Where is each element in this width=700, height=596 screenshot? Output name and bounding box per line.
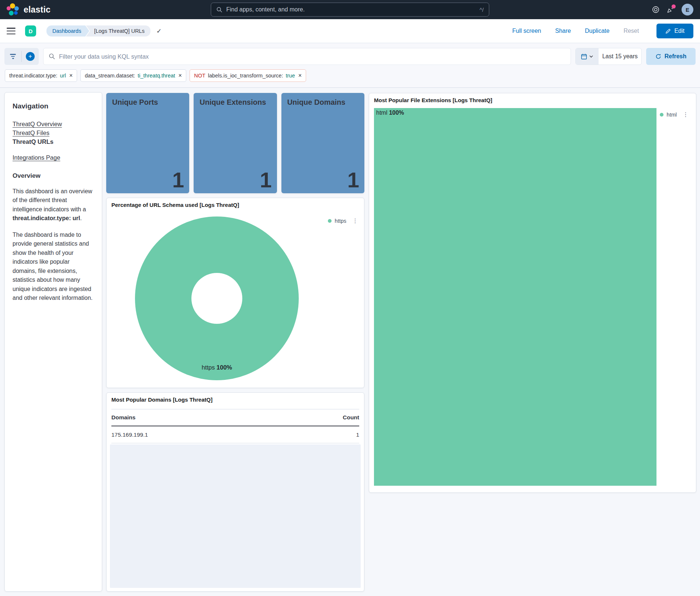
time-range-label[interactable]: Last 15 years — [599, 48, 641, 65]
refresh-icon — [655, 53, 661, 59]
filter-pill-dataset[interactable]: data_stream.dataset: ti_threatq.threat × — [80, 69, 186, 82]
calendar-icon — [581, 53, 587, 60]
table-empty-area — [110, 444, 361, 588]
help-button[interactable] — [652, 6, 659, 13]
global-search-placeholder: Find apps, content, and more. — [226, 6, 305, 13]
date-picker-calendar-button[interactable] — [576, 48, 599, 65]
news-button[interactable] — [667, 6, 674, 13]
duplicate-link[interactable]: Duplicate — [585, 28, 610, 34]
global-search-input[interactable]: Find apps, content, and more. ^/ — [211, 3, 489, 17]
close-icon: × — [298, 72, 302, 79]
chevron-down-icon — [589, 54, 593, 59]
sidebar-link-threatq-overview[interactable]: ThreatQ Overview — [13, 121, 94, 128]
kibana-dashboard-screen: elastic Find apps, content, and more. ^/… — [0, 0, 700, 596]
legend-kebab-icon[interactable]: ⋮ — [352, 217, 358, 224]
user-avatar[interactable]: E — [682, 4, 693, 15]
overview-paragraph-1: This dashboard is an overview of the dif… — [13, 187, 94, 223]
domain-cell: 175.169.199.1 — [111, 432, 148, 438]
legend-item-html[interactable]: html — [667, 112, 677, 118]
add-filter-button[interactable]: + — [22, 48, 39, 65]
plus-icon: + — [26, 52, 35, 61]
metric-tile-unique-ports: Unique Ports 1 — [106, 93, 189, 193]
close-icon: × — [179, 72, 182, 79]
filter-actions-button[interactable] — [4, 48, 21, 65]
life-ring-icon — [652, 6, 659, 13]
metric-label: Unique Ports — [112, 98, 183, 107]
legend-dot-icon — [328, 219, 332, 223]
donut-chart[interactable] — [135, 216, 299, 380]
legend-dot-icon — [660, 113, 663, 117]
menu-button[interactable] — [7, 28, 15, 34]
space-badge[interactable]: D — [25, 25, 36, 37]
column-header-domains[interactable]: Domains — [111, 414, 135, 421]
filter-bar: + Filter your data using KQL syntax — [0, 43, 700, 88]
popular-domains-table-panel: Most Popular Domains [Logs ThreatQ] Doma… — [106, 392, 364, 592]
sidebar-link-threatq-files[interactable]: ThreatQ Files — [13, 129, 94, 136]
filter-icon — [10, 54, 16, 59]
filter-pill-indicator-type[interactable]: threat.indicator.type: url × — [5, 69, 77, 82]
url-schema-donut-panel: Percentage of URL Schema used [Logs Thre… — [106, 198, 364, 388]
nav-heading: Navigation — [13, 102, 94, 110]
file-extensions-bar-panel: Most Popular File Extensions [Logs Threa… — [369, 93, 696, 493]
table-row[interactable]: 175.169.199.1 1 — [111, 426, 359, 443]
edit-button-label: Edit — [674, 28, 685, 34]
elastic-logo-icon — [7, 3, 19, 16]
filter-pills-row: threat.indicator.type: url × data_stream… — [4, 69, 696, 82]
pill-value: url — [60, 73, 66, 79]
kql-query-input[interactable]: Filter your data using KQL syntax — [43, 48, 571, 65]
topbar-right-group: E — [652, 4, 693, 15]
edit-button[interactable]: Edit — [656, 24, 693, 38]
toolbar-actions: Full screen Share Duplicate Reset Edit — [512, 24, 693, 38]
panel-title: Most Popular File Extensions [Logs Threa… — [374, 97, 492, 103]
reset-link[interactable]: Reset — [624, 28, 639, 34]
pill-value: ti_threatq.threat — [138, 73, 175, 79]
pill-remove-button[interactable]: × — [178, 72, 182, 79]
metric-tiles-row: Unique Ports 1 Unique Extensions 1 Uniqu… — [106, 93, 364, 193]
dashboard-toolbar: D Dashboards [Logs ThreatQ] URLs ✓ Full … — [0, 19, 700, 43]
pencil-icon — [665, 28, 671, 34]
top-bar: elastic Find apps, content, and more. ^/… — [0, 0, 700, 19]
full-screen-link[interactable]: Full screen — [512, 28, 541, 34]
overview-paragraph-2: The dashboard is made to provide general… — [13, 231, 94, 303]
column-header-count[interactable]: Count — [343, 414, 359, 421]
dashboard-content: Navigation ThreatQ Overview ThreatQ File… — [0, 88, 700, 596]
pill-value: true — [286, 73, 295, 79]
breadcrumb: Dashboards [Logs ThreatQ] URLs — [46, 25, 150, 37]
sidebar-link-integrations[interactable]: Integrations Page — [13, 154, 60, 161]
sidebar-panel: Navigation ThreatQ Overview ThreatQ File… — [4, 92, 102, 592]
metric-label: Unique Extensions — [200, 98, 271, 107]
bar-label: html 100% — [376, 110, 404, 116]
brand-text: elastic — [24, 5, 51, 15]
count-cell: 1 — [356, 432, 359, 438]
kql-placeholder: Filter your data using KQL syntax — [59, 53, 149, 60]
bar-legend: html ⋮ — [660, 111, 689, 118]
metric-label: Unique Domains — [287, 98, 358, 107]
metric-tile-unique-extensions: Unique Extensions 1 — [194, 93, 277, 193]
panel-title: Percentage of URL Schema used [Logs Thre… — [111, 202, 239, 208]
metric-value: 1 — [172, 168, 184, 193]
pill-field: threat.indicator.type: — [9, 73, 58, 79]
legend-kebab-icon[interactable]: ⋮ — [683, 111, 689, 118]
metric-value: 1 — [260, 168, 271, 193]
search-icon — [216, 7, 223, 13]
elastic-home-link[interactable]: elastic — [7, 3, 51, 16]
notification-dot — [672, 4, 676, 8]
table-header-row: Domains Count — [111, 409, 359, 426]
sidebar-current-threatq-urls: ThreatQ URLs — [13, 138, 94, 145]
donut-slice-label: https 100% — [202, 364, 232, 371]
legend-item-https[interactable]: https — [335, 218, 346, 224]
metric-tile-unique-domains: Unique Domains 1 — [281, 93, 364, 193]
overview-heading: Overview — [13, 172, 94, 180]
breadcrumb-dashboards[interactable]: Dashboards — [46, 25, 89, 37]
breadcrumb-current[interactable]: [Logs ThreatQ] URLs — [86, 25, 150, 37]
saved-check-icon: ✓ — [156, 27, 162, 35]
donut-legend: https ⋮ — [328, 217, 358, 224]
filter-pill-transform-source[interactable]: NOT labels.is_ioc_transform_source: true… — [190, 69, 306, 82]
refresh-button[interactable]: Refresh — [646, 48, 696, 65]
close-icon: × — [69, 72, 73, 79]
share-link[interactable]: Share — [555, 28, 571, 34]
pill-not-prefix: NOT — [194, 73, 205, 79]
pill-remove-button[interactable]: × — [298, 72, 302, 79]
bar-segment-html[interactable]: html 100% — [374, 108, 656, 486]
pill-remove-button[interactable]: × — [69, 72, 73, 79]
